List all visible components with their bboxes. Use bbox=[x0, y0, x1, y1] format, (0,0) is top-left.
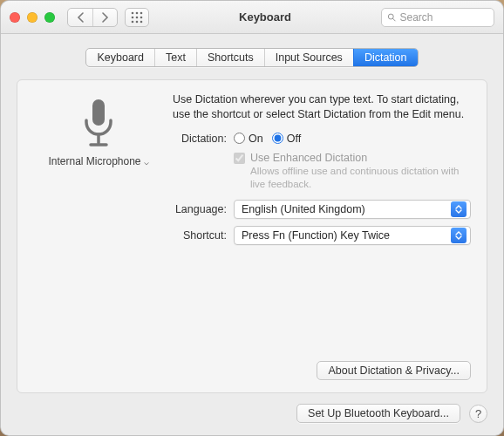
microphone-icon bbox=[79, 98, 118, 150]
minimize-icon[interactable] bbox=[27, 12, 37, 23]
nav-segmented bbox=[67, 8, 118, 27]
tab-text[interactable]: Text bbox=[154, 49, 196, 66]
svg-point-2 bbox=[140, 11, 143, 14]
language-row: Language: English (United Kingdom) bbox=[173, 200, 471, 219]
close-icon[interactable] bbox=[10, 12, 20, 23]
select-stepper-icon bbox=[451, 201, 467, 217]
search-icon bbox=[387, 12, 397, 23]
dictation-label: Dictation: bbox=[173, 133, 227, 145]
dictation-off-radio[interactable]: Off bbox=[272, 133, 301, 145]
zoom-icon[interactable] bbox=[44, 12, 55, 23]
tab-keyboard[interactable]: Keyboard bbox=[86, 49, 154, 66]
content-panel: Internal Microphone ⌵ Use Dictation wher… bbox=[17, 79, 487, 393]
right-column: Use Dictation wherever you can type text… bbox=[173, 92, 471, 380]
shortcut-select[interactable]: Press Fn (Function) Key Twice bbox=[234, 226, 471, 245]
shortcut-label: Shortcut: bbox=[173, 229, 227, 242]
chevron-down-icon: ⌵ bbox=[144, 157, 149, 167]
shortcut-row: Shortcut: Press Fn (Function) Key Twice bbox=[173, 226, 471, 245]
back-button[interactable] bbox=[68, 9, 92, 26]
svg-point-3 bbox=[132, 16, 134, 18]
tab-input-sources[interactable]: Input Sources bbox=[264, 49, 353, 66]
svg-line-10 bbox=[393, 18, 396, 21]
forward-button[interactable] bbox=[92, 9, 117, 26]
tabs-row: Keyboard Text Shortcuts Input Sources Di… bbox=[1, 34, 503, 74]
language-select[interactable]: English (United Kingdom) bbox=[234, 200, 471, 219]
svg-point-6 bbox=[132, 20, 134, 23]
traffic-lights bbox=[10, 12, 55, 23]
left-column: Internal Microphone ⌵ bbox=[33, 92, 164, 380]
enhanced-desc: Allows offline use and continuous dictat… bbox=[250, 165, 471, 191]
microphone-label: Internal Microphone bbox=[48, 155, 140, 167]
search-input[interactable] bbox=[400, 11, 489, 24]
select-stepper-icon bbox=[451, 228, 467, 243]
enhanced-checkbox bbox=[234, 153, 245, 164]
svg-point-1 bbox=[136, 11, 139, 14]
svg-point-4 bbox=[136, 16, 139, 18]
preferences-window: Keyboard Keyboard Text Shortcuts Input S… bbox=[0, 0, 504, 436]
tabs-segmented: Keyboard Text Shortcuts Input Sources Di… bbox=[85, 48, 418, 67]
tab-dictation[interactable]: Dictation bbox=[353, 49, 418, 66]
enhanced-label: Use Enhanced Dictation bbox=[250, 152, 471, 164]
language-label: Language: bbox=[173, 203, 227, 215]
enhanced-dictation-row: Use Enhanced Dictation Allows offline us… bbox=[234, 152, 471, 191]
svg-rect-11 bbox=[92, 99, 105, 126]
svg-point-0 bbox=[132, 11, 134, 14]
dictation-on-radio[interactable]: On bbox=[234, 133, 263, 145]
shortcut-value: Press Fn (Function) Key Twice bbox=[242, 229, 451, 242]
window-title: Keyboard bbox=[156, 10, 374, 24]
svg-point-8 bbox=[140, 20, 143, 23]
about-dictation-button[interactable]: About Dictation & Privacy... bbox=[317, 361, 471, 380]
setup-bluetooth-button[interactable]: Set Up Bluetooth Keyboard... bbox=[296, 404, 460, 423]
search-field[interactable] bbox=[381, 8, 494, 27]
titlebar: Keyboard bbox=[1, 1, 503, 34]
radio-on[interactable] bbox=[234, 133, 245, 144]
svg-point-5 bbox=[140, 16, 143, 18]
tab-shortcuts[interactable]: Shortcuts bbox=[196, 49, 264, 66]
svg-point-7 bbox=[136, 20, 139, 23]
intro-text: Use Dictation wherever you can type text… bbox=[173, 92, 471, 122]
show-all-button[interactable] bbox=[125, 8, 149, 27]
bottom-bar: Set Up Bluetooth Keyboard... ? bbox=[1, 399, 503, 435]
microphone-selector[interactable]: Internal Microphone ⌵ bbox=[48, 155, 148, 167]
language-value: English (United Kingdom) bbox=[242, 203, 451, 215]
radio-off[interactable] bbox=[272, 133, 283, 144]
dictation-row: Dictation: On Off bbox=[173, 133, 471, 145]
help-button[interactable]: ? bbox=[469, 405, 487, 423]
